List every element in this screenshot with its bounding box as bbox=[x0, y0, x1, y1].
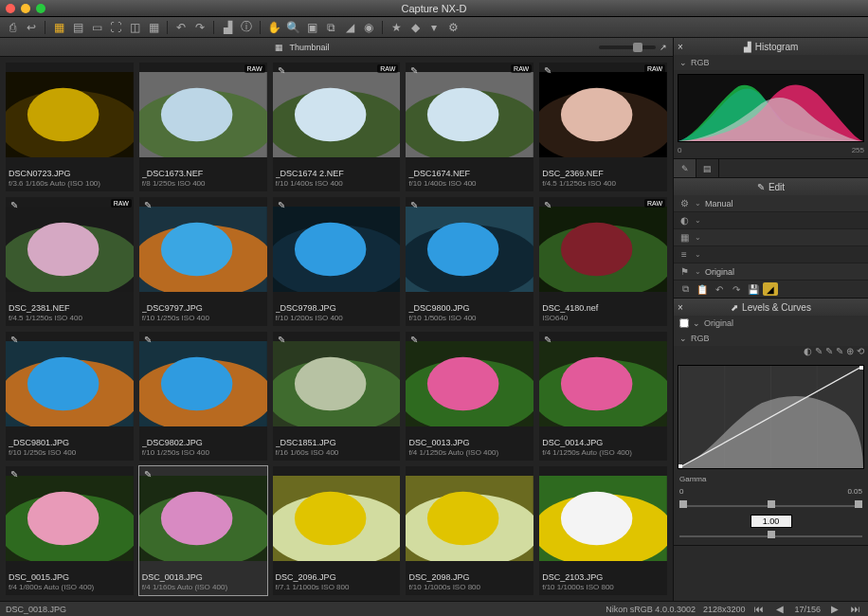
thumbnail-cell[interactable]: RAW✎DSC_4180.nefISO640 bbox=[539, 197, 667, 326]
reset-icon[interactable]: ⟲ bbox=[857, 346, 864, 361]
gray-point-icon[interactable]: ◉ bbox=[360, 19, 377, 36]
thumbnail-cell[interactable]: DSCN0723.JPGf/3.6 1/160s Auto (ISO 100) bbox=[6, 63, 134, 191]
undo-icon[interactable]: ↶ bbox=[712, 282, 727, 296]
output-slider[interactable] bbox=[679, 530, 862, 543]
levels-preset-row[interactable]: ⌄ Original bbox=[674, 316, 868, 331]
fullscreen-icon[interactable]: ⛶ bbox=[107, 19, 124, 36]
svg-point-29 bbox=[561, 223, 632, 277]
svg-point-23 bbox=[295, 223, 366, 277]
side-panel: × ▟ Histogram ⌄ RGB 0 255 bbox=[673, 38, 868, 601]
thumbnail-cell[interactable]: DSC_2098.JPGf/10 1/1000s ISO 800 bbox=[406, 466, 533, 595]
thumbnail-cell[interactable]: ✎DSC_0018.JPGf/4 1/160s Auto (ISO 400) bbox=[139, 466, 267, 595]
thumbnail-cell[interactable]: ✎DSC_0014.JPGf/4 1/1250s Auto (ISO 400) bbox=[539, 332, 667, 461]
thumbnail-size-slider[interactable] bbox=[599, 45, 656, 49]
tab-edit[interactable]: ✎ bbox=[674, 159, 696, 177]
contrast-icon: ◐ bbox=[678, 215, 691, 226]
edit-row-original[interactable]: ⚑ ⌄ Original bbox=[674, 263, 868, 281]
paste-icon[interactable]: 📋 bbox=[695, 282, 710, 296]
thumbnail-exif: f/10 1/500s ISO 400 bbox=[408, 314, 531, 323]
fit-icon[interactable]: ▣ bbox=[303, 19, 320, 36]
levels-channel-row[interactable]: ⌄ RGB bbox=[674, 331, 868, 346]
histogram-channel-row[interactable]: ⌄ RGB bbox=[674, 55, 868, 70]
thumbnail-image: ✎ bbox=[139, 332, 267, 436]
compare-icon[interactable]: ◫ bbox=[126, 19, 143, 36]
straighten-icon[interactable]: ◢ bbox=[341, 19, 358, 36]
thumbnail-cell[interactable]: RAW✎DSC_2369.NEFf/4.5 1/1250s ISO 400 bbox=[539, 63, 667, 191]
levels-enable-checkbox[interactable] bbox=[679, 318, 689, 328]
output-handle[interactable] bbox=[768, 531, 775, 538]
rotate-cw-icon[interactable]: ↷ bbox=[191, 19, 208, 36]
edit-row-picture[interactable]: ▦ ⌄ bbox=[674, 229, 868, 246]
label-icon[interactable]: ◆ bbox=[407, 19, 424, 36]
black-picker-icon[interactable]: ✎ bbox=[815, 346, 823, 361]
add-point-icon[interactable]: ⊕ bbox=[846, 346, 854, 361]
auto-contrast-icon[interactable]: ◐ bbox=[804, 346, 812, 361]
zoom-icon[interactable]: 🔍 bbox=[284, 19, 301, 36]
last-icon[interactable]: ⏭ bbox=[849, 604, 862, 615]
curves-canvas[interactable] bbox=[678, 365, 864, 469]
white-point-handle[interactable] bbox=[855, 500, 862, 508]
thumbnail-cell[interactable]: ✎_DSC9798.JPGf/10 1/200s ISO 400 bbox=[273, 197, 401, 326]
copy-icon[interactable]: ⧉ bbox=[678, 282, 693, 296]
thumbnail-cell[interactable]: RAW✎DSC_2381.NEFf/4.5 1/1250s ISO 400 bbox=[6, 197, 134, 326]
settings-icon[interactable]: ⚙ bbox=[444, 19, 461, 36]
thumbnail-view-icon[interactable]: ▦ bbox=[50, 19, 67, 36]
histogram-axis-max: 255 bbox=[852, 146, 864, 154]
thumbnail-cell[interactable]: ✎DSC_0013.JPGf/4 1/1250s Auto (ISO 400) bbox=[406, 332, 533, 461]
thumbnail-cell[interactable]: ✎_DSC9800.JPGf/10 1/500s ISO 400 bbox=[406, 197, 533, 326]
list-view-icon[interactable]: ▤ bbox=[69, 19, 86, 36]
thumbnail-cell[interactable]: RAW✎_DSC1674.NEFf/10 1/400s ISO 400 bbox=[406, 63, 533, 191]
edit-row-nr[interactable]: ≡ ⌄ bbox=[674, 246, 868, 263]
thumbnail-cell[interactable]: RAW_DSC1673.NEFf/8 1/250s ISO 400 bbox=[139, 63, 267, 191]
compare-4-icon[interactable]: ▦ bbox=[145, 19, 162, 36]
info-icon[interactable]: ⓘ bbox=[238, 19, 255, 36]
thumbnail-cell[interactable]: ✎_DSC1851.JPGf/16 1/60s ISO 400 bbox=[273, 332, 401, 461]
filter-icon[interactable]: ▾ bbox=[425, 19, 443, 36]
rotate-ccw-icon[interactable]: ↶ bbox=[172, 19, 190, 36]
image-view-icon[interactable]: ▭ bbox=[88, 19, 105, 36]
close-icon[interactable]: × bbox=[678, 302, 683, 313]
thumbnail-cell[interactable]: RAW✎_DSC1674 2.NEFf/10 1/400s ISO 400 bbox=[273, 63, 401, 191]
hand-icon[interactable]: ✋ bbox=[265, 19, 282, 36]
print-icon[interactable]: ⎙ bbox=[4, 19, 21, 36]
edit-row-wb[interactable]: ◐ ⌄ bbox=[674, 212, 868, 229]
thumbnail-cell[interactable]: DSC_2096.JPGf/7.1 1/1000s ISO 800 bbox=[273, 466, 401, 595]
crop-icon[interactable]: ⧉ bbox=[322, 19, 339, 36]
first-icon[interactable]: ⏮ bbox=[752, 604, 766, 615]
thumbnail-filename: DSC_0014.JPG bbox=[542, 438, 664, 448]
thumbnail-view-mode-icon[interactable]: ▦ bbox=[275, 43, 283, 52]
gamma-slider[interactable] bbox=[679, 499, 862, 513]
thumbnail-image: RAW bbox=[139, 63, 267, 167]
rating-icon[interactable]: ★ bbox=[388, 19, 405, 36]
gamma-label: Gamma bbox=[679, 475, 706, 483]
curves-tools: ◐ ✎ ✎ ✎ ⊕ ⟲ bbox=[674, 346, 868, 361]
back-icon[interactable]: ↩ bbox=[23, 19, 40, 36]
gray-picker-icon[interactable]: ✎ bbox=[825, 346, 833, 361]
expand-icon[interactable]: ↗ bbox=[660, 43, 667, 52]
gamma-handle[interactable] bbox=[768, 500, 775, 508]
thumbnail-cell[interactable]: ✎DSC_0015.JPGf/4 1/800s Auto (ISO 400) bbox=[6, 466, 134, 595]
next-icon[interactable]: ▶ bbox=[828, 604, 841, 615]
histogram-icon[interactable]: ▟ bbox=[219, 19, 236, 36]
redo-icon[interactable]: ↷ bbox=[729, 282, 744, 296]
thumbnail-image: ✎ bbox=[139, 197, 267, 301]
white-picker-icon[interactable]: ✎ bbox=[836, 346, 843, 361]
thumbnail-cell[interactable]: ✎_DSC9801.JPGf/10 1/250s ISO 400 bbox=[6, 332, 134, 461]
save-icon[interactable]: 💾 bbox=[746, 282, 761, 296]
close-icon[interactable]: × bbox=[678, 42, 683, 52]
thumbnail-exif: f/4.5 1/1250s ISO 400 bbox=[542, 179, 664, 189]
thumbnail-filename: _DSC9800.JPG bbox=[408, 303, 531, 314]
thumbnail-cell[interactable]: ✎_DSC9797.JPGf/10 1/250s ISO 400 bbox=[139, 197, 267, 326]
tab-metadata[interactable]: ▤ bbox=[696, 159, 719, 177]
histogram-icon: ▟ bbox=[744, 42, 751, 52]
apply-icon[interactable]: ◢ bbox=[763, 282, 778, 296]
prev-icon[interactable]: ◀ bbox=[773, 604, 787, 615]
svg-point-59 bbox=[561, 492, 632, 546]
thumbnail-filename: _DSC1673.NEF bbox=[142, 169, 264, 179]
thumbnail-cell[interactable]: ✎_DSC9802.JPGf/10 1/250s ISO 400 bbox=[139, 332, 267, 461]
gamma-input[interactable] bbox=[750, 515, 792, 528]
edit-row-exposure[interactable]: ⚙ ⌄ Manual bbox=[674, 195, 868, 212]
black-point-handle[interactable] bbox=[679, 500, 687, 508]
thumbnail-cell[interactable]: DSC_2103.JPGf/10 1/1000s ISO 800 bbox=[539, 466, 667, 595]
thumbnail-browser: ▦ Thumbnail ↗ DSCN0723.JPGf/3.6 1/160s A… bbox=[0, 38, 673, 601]
